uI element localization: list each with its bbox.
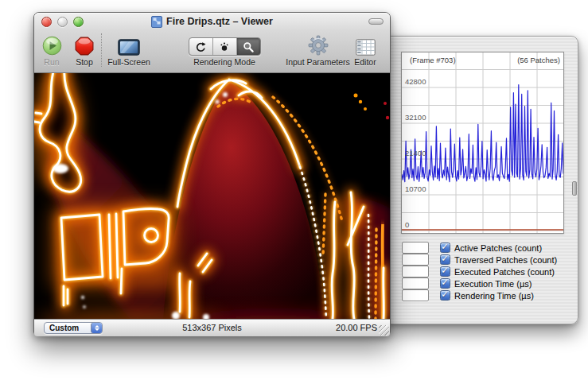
legend-color-swatch[interactable] bbox=[402, 254, 429, 266]
toolbar: Run Stop bbox=[34, 30, 390, 72]
legend-checkbox[interactable] bbox=[440, 254, 450, 265]
particle-icon bbox=[219, 41, 230, 52]
legend-checkbox[interactable] bbox=[440, 278, 450, 289]
y-tick-42800: 42800 bbox=[405, 77, 426, 86]
legend-color-swatch[interactable] bbox=[402, 289, 429, 301]
rendering-mode-refresh-segment[interactable] bbox=[189, 38, 213, 55]
legend-color-swatch[interactable] bbox=[402, 266, 429, 277]
refresh-icon bbox=[195, 41, 206, 52]
legend-row-rendering-time: Rendering Time (µs) bbox=[402, 289, 557, 301]
editor-button[interactable]: Editor bbox=[346, 32, 384, 67]
legend-label: Rendering Time (µs) bbox=[454, 291, 534, 301]
input-parameters-button[interactable]: Input Parameters bbox=[281, 32, 355, 67]
run-button[interactable]: Run bbox=[34, 32, 69, 67]
document-icon bbox=[151, 16, 162, 28]
rendering-mode-control: Rendering Mode bbox=[188, 32, 261, 67]
window-resize-grip[interactable] bbox=[379, 325, 389, 336]
legend-color-swatch[interactable] bbox=[402, 242, 429, 254]
legend-row-executed-patches: Executed Patches (count) bbox=[402, 266, 557, 277]
magnifier-icon bbox=[243, 41, 254, 52]
statusbar: Custom 513x367 Pixels 20.00 FPS bbox=[34, 319, 390, 336]
legend-row-execution-time: Execution Time (µs) bbox=[402, 277, 557, 289]
profiler-chart-canvas bbox=[402, 52, 563, 233]
profiler-legend: Active Patches (count) Traversed Patches… bbox=[402, 242, 557, 301]
legend-row-active-patches: Active Patches (count) bbox=[402, 242, 557, 254]
legend-label: Execution Time (µs) bbox=[454, 279, 532, 289]
toolbar-divider bbox=[101, 33, 102, 67]
toolbar-toggle-pill[interactable] bbox=[368, 18, 384, 25]
stop-icon bbox=[67, 32, 102, 56]
gear-icon bbox=[281, 32, 355, 56]
y-tick-10700: 10700 bbox=[405, 184, 426, 193]
y-tick-21400: 21400 bbox=[405, 149, 426, 157]
legend-checkbox[interactable] bbox=[440, 290, 450, 301]
run-icon bbox=[34, 32, 69, 56]
window-title: Fire Drips.qtz – Viewer bbox=[166, 16, 273, 27]
rendering-mode-particle-segment[interactable] bbox=[213, 38, 237, 55]
legend-label: Active Patches (count) bbox=[454, 243, 542, 253]
profiler-drawer: (Frame #703) (56 Patches) 42800 32100 21… bbox=[382, 36, 578, 324]
legend-checkbox[interactable] bbox=[440, 242, 450, 253]
stop-button[interactable]: Stop bbox=[67, 32, 102, 67]
fullscreen-button[interactable]: Full-Screen bbox=[103, 32, 155, 67]
viewer-window: Fire Drips.qtz – Viewer Run bbox=[33, 12, 391, 336]
rendering-mode-profile-segment[interactable] bbox=[237, 38, 260, 55]
legend-label: Executed Patches (count) bbox=[454, 267, 555, 277]
legend-label: Traversed Patches (count) bbox=[454, 255, 557, 265]
legend-row-traversed-patches: Traversed Patches (count) bbox=[402, 254, 557, 266]
y-tick-0: 0 bbox=[405, 220, 409, 229]
fps-readout: 20.00 FPS bbox=[336, 323, 377, 332]
editor-grid-icon bbox=[346, 32, 384, 56]
fullscreen-icon bbox=[103, 32, 155, 56]
render-viewport[interactable] bbox=[34, 73, 390, 319]
titlebar[interactable]: Fire Drips.qtz – Viewer bbox=[34, 13, 390, 30]
frame-counter: (Frame #703) bbox=[410, 56, 456, 64]
y-tick-32100: 32100 bbox=[405, 113, 426, 122]
drawer-resize-grip[interactable] bbox=[572, 181, 577, 196]
legend-color-swatch[interactable] bbox=[402, 277, 429, 289]
legend-checkbox[interactable] bbox=[440, 266, 450, 277]
patch-counter: (56 Patches) bbox=[517, 56, 560, 64]
profiler-chart: (Frame #703) (56 Patches) 42800 32100 21… bbox=[401, 52, 564, 234]
